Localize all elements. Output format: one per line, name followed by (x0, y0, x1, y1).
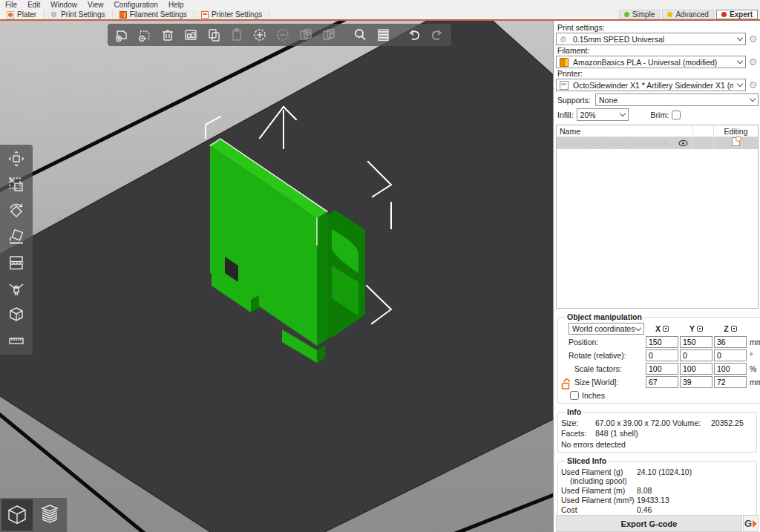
menu-file[interactable]: File (0, 0, 22, 10)
hollow-tool-icon[interactable] (7, 305, 26, 324)
mode-switcher: Simple Advanced Expert (619, 10, 760, 19)
size-z-input[interactable] (714, 376, 747, 388)
used-filament-m-label: Used Filament (m) (561, 486, 637, 495)
inches-checkbox[interactable] (570, 391, 579, 400)
chevron-down-icon (619, 111, 625, 116)
size-label: Size [World]: (569, 378, 644, 387)
menu-window[interactable]: Window (45, 0, 82, 10)
filament-combo[interactable]: AmazonBasics PLA - Universal (modified) (556, 56, 746, 68)
mode-advanced-button[interactable]: Advanced (662, 10, 713, 19)
axis-reset-icon (697, 326, 703, 332)
eye-icon[interactable] (678, 139, 688, 147)
printer-combo[interactable]: OctoSidewinder X1 * Artillery Sidewinder… (556, 79, 746, 91)
coordinates-value: World coordinates (572, 324, 635, 333)
tab-filament-settings[interactable]: Filament Settings (113, 10, 194, 19)
undo-icon[interactable] (404, 25, 424, 45)
plater-icon (7, 11, 14, 19)
rotate-tool-icon[interactable] (7, 201, 26, 220)
object-list[interactable]: Name Editing Amazon_air_quality_monitor.… (556, 125, 759, 309)
brim-checkbox[interactable] (672, 111, 681, 119)
search-icon[interactable] (350, 25, 370, 45)
gear-icon: ⚙ (560, 35, 569, 44)
move-tool-icon[interactable] (7, 149, 26, 168)
coordinates-combo[interactable]: World coordinates (569, 323, 644, 335)
delete-icon[interactable] (135, 25, 154, 45)
facets-value: 848 (1 shell) (595, 429, 753, 438)
size-x-input[interactable] (646, 376, 678, 388)
tab-print-settings-label: Print Settings (61, 10, 105, 19)
3d-viewport[interactable] (0, 21, 554, 532)
mode-simple-button[interactable]: Simple (619, 10, 661, 19)
measure-tool-icon[interactable] (7, 331, 26, 350)
mode-simple-label: Simple (632, 10, 655, 19)
filament-label: Filament: (557, 46, 759, 55)
chevron-down-icon (737, 58, 743, 64)
rotate-label: Rotate (relative): (569, 351, 644, 360)
rotate-y-input[interactable] (680, 349, 712, 361)
export-row: Export G-code G (556, 515, 759, 532)
redo-icon (428, 25, 447, 45)
cost-value: 0.46 (637, 505, 753, 514)
tab-printer-settings-label: Printer Settings (212, 10, 262, 19)
menu-view[interactable]: View (82, 0, 109, 10)
mode-expert-button[interactable]: Expert (716, 10, 758, 19)
lock-open-icon[interactable] (561, 378, 571, 390)
size-info-value: 67.00 x 39.00 x 72.00 (595, 418, 672, 427)
size-y-input[interactable] (680, 376, 712, 388)
place-on-face-tool-icon[interactable] (7, 227, 26, 246)
printer-cog-button[interactable]: ⚙ (747, 79, 759, 91)
variable-layer-height-icon[interactable] (373, 25, 393, 45)
tab-bar: Plater ⚙ Print Settings Filament Setting… (0, 10, 760, 21)
preview-view-button[interactable] (34, 499, 65, 531)
print-settings-combo[interactable]: ⚙ 0.15mm SPEED Universal (556, 33, 746, 45)
axis-reset-icon (663, 326, 669, 332)
chevron-down-icon (635, 324, 641, 330)
copy-icon[interactable] (204, 25, 223, 45)
delete-all-icon[interactable] (158, 25, 177, 45)
print-settings-cog-button[interactable]: ⚙ (747, 33, 759, 45)
scale-x-input[interactable] (646, 363, 678, 375)
supports-value: None (599, 96, 746, 105)
scale-tool-icon[interactable] (7, 175, 26, 194)
add-icon[interactable] (112, 25, 131, 45)
position-z-input[interactable] (714, 336, 747, 348)
remove-instance-icon (273, 25, 292, 45)
split-to-parts-icon (319, 25, 338, 45)
rotate-z-input[interactable] (714, 349, 747, 361)
left-toolbar (0, 145, 33, 355)
volume-label: Volume: (672, 418, 711, 427)
infill-combo[interactable]: 20% (577, 108, 629, 121)
menu-configuration[interactable]: Configuration (108, 0, 163, 10)
filament-cog-button[interactable]: ⚙ (747, 56, 759, 68)
slicer-window: File Edit Window View Configuration Help… (0, 0, 760, 532)
menu-help[interactable]: Help (163, 0, 189, 10)
editing-icon[interactable] (732, 137, 740, 146)
paint-tool-icon[interactable] (7, 279, 26, 298)
mode-expert-label: Expert (730, 10, 753, 19)
rotate-x-input[interactable] (646, 349, 678, 361)
printer-icon (201, 11, 209, 19)
scale-unit: % (748, 364, 760, 373)
tab-printer-settings[interactable]: Printer Settings (194, 10, 269, 19)
supports-combo[interactable]: None (595, 93, 759, 106)
tab-filament-settings-label: Filament Settings (130, 10, 187, 19)
object-row[interactable]: Amazon_air_quality_monitor.stl (557, 137, 758, 149)
position-y-input[interactable] (680, 336, 712, 348)
add-instance-icon[interactable] (250, 25, 269, 45)
cut-tool-icon[interactable] (7, 253, 26, 272)
column-editing: Editing (713, 125, 758, 137)
used-filament-g-value: 24.10 (1024.10) (637, 467, 753, 476)
facets-label: Facets: (561, 429, 595, 438)
position-x-input[interactable] (646, 336, 678, 348)
tab-plater[interactable]: Plater (0, 10, 44, 19)
menu-edit[interactable]: Edit (22, 0, 45, 10)
gcode-icon[interactable]: G (743, 515, 759, 532)
arrange-icon[interactable] (181, 25, 200, 45)
tab-print-settings[interactable]: ⚙ Print Settings (44, 10, 112, 19)
axis-reset-icon (731, 326, 737, 332)
3d-editor-view-button[interactable] (1, 499, 33, 531)
scale-z-input[interactable] (714, 363, 747, 375)
used-filament-mm3-label: Used Filament (mm³) (561, 496, 637, 505)
export-gcode-button[interactable]: Export G-code (556, 515, 742, 532)
scale-y-input[interactable] (680, 363, 712, 375)
